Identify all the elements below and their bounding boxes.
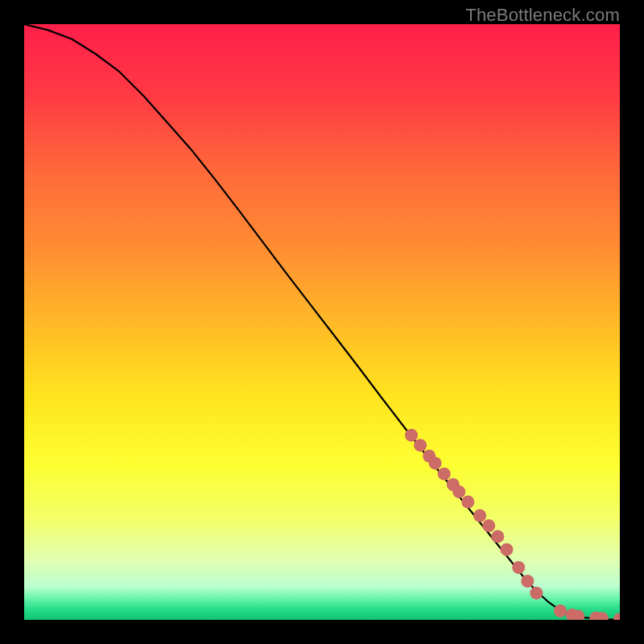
data-point [461,495,474,508]
data-point [438,468,451,481]
watermark-text: TheBottleneck.com [465,5,620,26]
data-point [429,456,442,469]
data-point [414,439,427,452]
data-point [405,429,418,442]
gradient-rect [24,24,620,620]
chart-frame: TheBottleneck.com [0,0,644,644]
chart-svg [24,24,620,620]
data-point [473,510,486,522]
data-point [500,543,513,556]
data-point [512,561,525,574]
data-point [482,519,495,532]
data-point [491,530,504,543]
data-point [452,485,465,498]
data-point [521,575,534,588]
data-point [530,587,543,600]
data-point [554,605,567,617]
plot-area [24,24,620,620]
